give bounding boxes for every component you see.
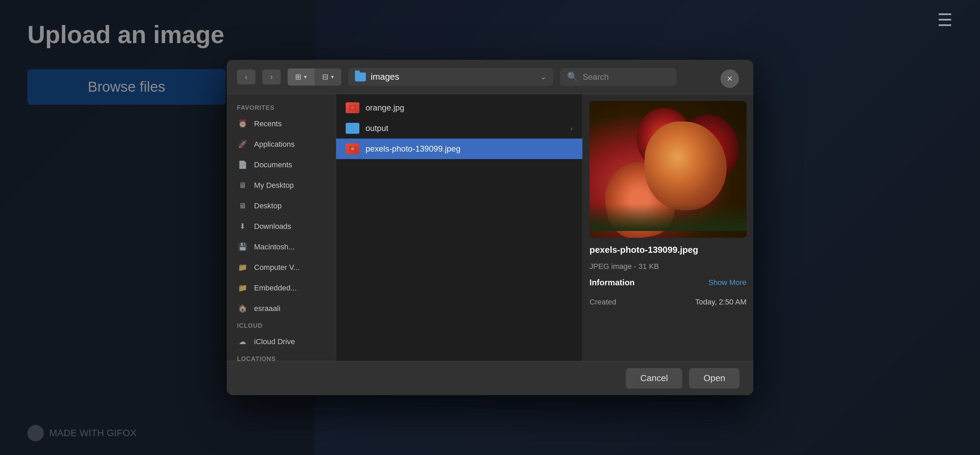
preview-roses [590, 101, 746, 238]
sidebar-label-icloud-drive: iCloud Drive [254, 337, 295, 346]
preview-info-label: Information [590, 278, 635, 287]
grid-view-icon: ⊟ [322, 72, 328, 81]
file-list: orange.jpg output › [336, 94, 582, 361]
mydesktop-icon: 🖥 [237, 180, 248, 191]
sidebar-item-esraaali[interactable]: 🏠 esraaali [227, 298, 336, 319]
dialog-body: Favorites ⏰ Recents 🚀 Applications 📄 Doc… [227, 94, 753, 361]
file-item-orange[interactable]: orange.jpg [336, 97, 582, 118]
path-bar[interactable]: images ⌄ [348, 68, 553, 86]
column-view-icon: ⊞ [295, 72, 301, 81]
file-name-pexels: pexels-photo-139099.jpeg [366, 144, 573, 153]
folder-icon [355, 72, 366, 81]
sidebar-item-desktop[interactable]: 🖥 Desktop [227, 196, 336, 216]
dialog-footer: Cancel Open [227, 361, 753, 395]
sidebar-item-embedded[interactable]: 📁 Embedded... [227, 278, 336, 298]
rose-background [590, 101, 746, 238]
macintosh-icon: 💾 [237, 241, 248, 252]
sidebar-item-icloud-drive[interactable]: ☁ iCloud Drive [227, 332, 336, 352]
close-button[interactable]: × [721, 69, 739, 88]
path-label: images [371, 72, 536, 82]
sidebar-label-computerv: Computer V... [254, 263, 300, 272]
search-input[interactable]: Search [583, 72, 609, 82]
search-bar[interactable]: 🔍 Search [560, 68, 676, 86]
sidebar-item-mydesktop[interactable]: 🖥 My Desktop [227, 175, 336, 196]
path-chevron-icon: ⌄ [540, 72, 546, 81]
view-toggle: ⊞ ▾ ⊟ ▾ [288, 69, 341, 86]
cancel-button[interactable]: Cancel [626, 368, 682, 389]
preview-image-container [590, 101, 746, 238]
file-name-orange: orange.jpg [366, 103, 573, 113]
sidebar-label-applications: Applications [254, 140, 295, 149]
sidebar-item-downloads[interactable]: ⬇ Downloads [227, 216, 336, 237]
icloud-icon: ☁ [237, 336, 248, 347]
sidebar-item-computerv[interactable]: 📁 Computer V... [227, 257, 336, 278]
grid-view-button[interactable]: ⊟ ▾ [315, 69, 341, 86]
computerv-icon: 📁 [237, 262, 248, 273]
column-view-button[interactable]: ⊞ ▾ [288, 69, 315, 86]
file-thumb-output [346, 123, 360, 134]
sidebar-section-icloud: iCloud [227, 319, 336, 332]
downloads-icon: ⬇ [237, 221, 248, 232]
recents-icon: ⏰ [237, 118, 248, 129]
back-button[interactable]: ‹ [237, 69, 255, 85]
file-name-output: output [366, 123, 564, 133]
sidebar-label-documents: Documents [254, 160, 292, 169]
sidebar-label-esraaali: esraaali [254, 304, 280, 313]
sidebar-label-mydesktop: My Desktop [254, 181, 294, 190]
column-view-chevron: ▾ [304, 73, 307, 80]
file-item-pexels[interactable]: pexels-photo-139099.jpeg [336, 139, 582, 159]
file-thumb-pexels [346, 143, 360, 154]
applications-icon: 🚀 [237, 139, 248, 150]
documents-icon: 📄 [237, 160, 248, 170]
preview-info-header: Information Show More [590, 278, 746, 287]
preview-created-row: Created Today, 2:50 AM [590, 298, 746, 307]
preview-created-value: Today, 2:50 AM [695, 298, 746, 307]
file-arrow-output: › [570, 125, 573, 133]
preview-panel: pexels-photo-139099.jpeg JPEG image - 31… [582, 94, 753, 361]
file-item-output[interactable]: output › [336, 118, 582, 139]
sidebar-item-documents[interactable]: 📄 Documents [227, 155, 336, 175]
sidebar-label-embedded: Embedded... [254, 284, 297, 292]
sidebar-label-macintosh: Macintosh... [254, 243, 295, 251]
sidebar-label-downloads: Downloads [254, 222, 291, 231]
sidebar-label-desktop: Desktop [254, 201, 282, 211]
sidebar-section-locations: Locations [227, 352, 336, 361]
open-button[interactable]: Open [689, 368, 740, 389]
file-picker-dialog: × ‹ › ⊞ ▾ ⊟ ▾ images [227, 60, 753, 395]
embedded-icon: 📁 [237, 283, 248, 294]
file-thumb-orange [346, 102, 360, 113]
dialog-overlay: × ‹ › ⊞ ▾ ⊟ ▾ images [0, 0, 980, 455]
back-arrow-icon: ‹ [245, 72, 248, 82]
sidebar: Favorites ⏰ Recents 🚀 Applications 📄 Doc… [227, 94, 336, 361]
forward-arrow-icon: › [270, 72, 273, 82]
forward-button[interactable]: › [262, 69, 281, 85]
sidebar-item-applications[interactable]: 🚀 Applications [227, 134, 336, 155]
preview-meta: JPEG image - 31 KB [590, 262, 746, 271]
sidebar-section-favorites: Favorites [227, 101, 336, 113]
sidebar-item-macintosh[interactable]: 💾 Macintosh... [227, 237, 336, 257]
grid-view-chevron: ▾ [331, 73, 334, 80]
rose-leaves [590, 204, 746, 231]
svg-point-3 [351, 147, 354, 150]
desktop-icon: 🖥 [237, 201, 248, 211]
dialog-toolbar: ‹ › ⊞ ▾ ⊟ ▾ images ⌄ 🔍 [227, 60, 753, 94]
show-more-link[interactable]: Show More [708, 278, 746, 287]
preview-filename: pexels-photo-139099.jpeg [590, 244, 746, 255]
sidebar-item-recents[interactable]: ⏰ Recents [227, 113, 336, 134]
preview-created-label: Created [590, 298, 616, 307]
svg-point-1 [351, 106, 354, 110]
search-icon: 🔍 [567, 72, 578, 82]
sidebar-label-recents: Recents [254, 120, 282, 128]
esraaali-icon: 🏠 [237, 303, 248, 314]
